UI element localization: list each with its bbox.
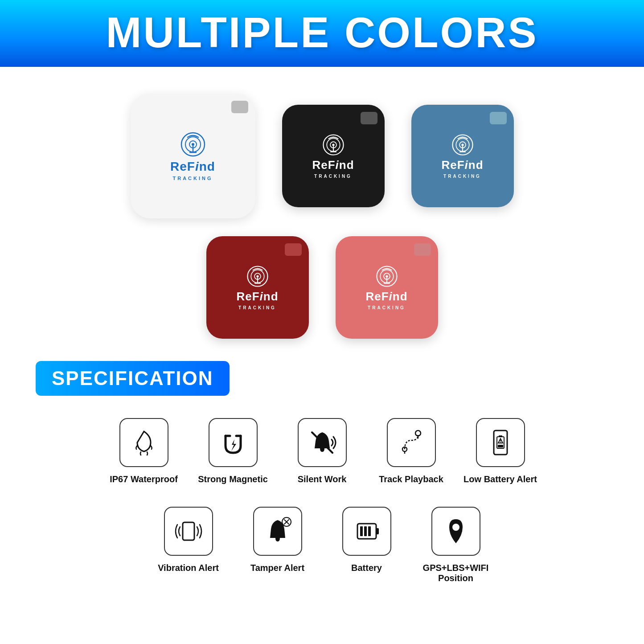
spec-badge: SPECIFICATION [36,361,230,396]
feature-icon-tamper [253,507,302,556]
feature-icon-waterproof [119,418,168,467]
feature-label-magnetic: Strong Magnetic [198,474,268,484]
svg-rect-48 [376,528,379,534]
features-row-2: Vibration Alert Tamper Alert [27,507,617,583]
device-button-blue [490,112,507,124]
device-button-pink [414,243,431,256]
feature-icon-magnetic [209,418,258,467]
device-pink: ReFind TRACKING [336,236,438,339]
feature-label-silent: Silent Work [298,474,347,484]
logo-brand-pink: ReFind [365,290,407,304]
refind-logo-icon-white [180,131,206,158]
devices-bottom-row: ReFind TRACKING [206,236,438,339]
device-black: ReFind TRACKING [282,105,385,207]
logo-sub-pink: TRACKING [368,305,406,310]
svg-point-3 [192,143,194,146]
header-section: MULTIPLE COLORS [0,0,644,67]
feature-gps: GPS+LBS+WIFI Position [411,507,500,583]
svg-rect-43 [183,522,194,540]
device-blue: ReFind TRACKING [411,105,514,207]
logo-sub-white: TRACKING [172,176,213,181]
colors-section: ReFind TRACKING [0,67,644,361]
device-white: ReFind TRACKING [131,94,255,218]
svg-rect-39 [499,435,502,437]
feature-label-playback: Track Playback [379,474,443,484]
feature-label-vibration: Vibration Alert [158,563,219,573]
svg-point-42 [500,442,501,443]
feature-label-charging: Battery [351,563,382,573]
feature-magnetic: Strong Magnetic [189,418,278,484]
logo-sub-blue: TRACKING [443,174,481,179]
device-button-black [361,112,377,124]
svg-rect-49 [360,526,363,536]
feature-label-waterproof: IP67 Waterproof [110,474,178,484]
device-logo-red: ReFind TRACKING [236,265,278,310]
features-row-1: IP67 Waterproof Strong Magnetic [27,418,617,484]
feature-icon-charging [342,507,391,556]
feature-tamper: Tamper Alert [233,507,322,573]
refind-logo-icon-pink [375,265,398,288]
logo-brand-blue: ReFind [441,158,483,172]
svg-point-27 [386,275,388,277]
svg-rect-50 [364,526,367,536]
refind-logo-icon-black [322,133,345,156]
logo-brand-black: ReFind [312,158,354,172]
feature-battery: Low Battery Alert [456,418,545,484]
feature-label-tamper: Tamper Alert [250,563,304,573]
feature-label-gps: GPS+LBS+WIFI Position [411,563,500,583]
device-red: ReFind TRACKING [206,236,309,339]
feature-label-battery: Low Battery Alert [464,474,537,484]
feature-vibration: Vibration Alert [144,507,233,573]
feature-charging: Battery [322,507,411,573]
logo-brand-red: ReFind [236,290,278,304]
feature-waterproof: IP67 Waterproof [99,418,189,484]
feature-icon-gps [431,507,480,556]
svg-point-52 [452,524,459,531]
feature-icon-playback [387,418,436,467]
logo-sub-black: TRACKING [314,174,352,179]
refind-logo-icon-blue [451,133,474,156]
feature-icon-silent [298,418,347,467]
spec-section: SPECIFICATION IP67 Waterproof [0,361,644,628]
device-logo-white: ReFind TRACKING [170,131,215,181]
logo-sub-red: TRACKING [238,305,276,310]
device-logo-black: ReFind TRACKING [312,133,354,179]
feature-icon-battery [476,418,525,467]
feature-silent: Silent Work [278,418,367,484]
svg-rect-40 [498,445,503,447]
page-title: MULTIPLE COLORS [0,8,644,57]
svg-point-21 [256,275,258,277]
refind-logo-icon-red [246,265,269,288]
device-logo-blue: ReFind TRACKING [441,133,483,179]
svg-point-15 [461,144,464,146]
svg-point-9 [332,144,334,146]
feature-icon-vibration [164,507,213,556]
spec-badge-label: SPECIFICATION [52,367,213,389]
logo-brand-white: ReFind [170,160,215,174]
device-button-red [285,243,302,256]
feature-playback: Track Playback [367,418,456,484]
device-button-white [231,101,248,113]
device-logo-pink: ReFind TRACKING [365,265,407,310]
devices-top-row: ReFind TRACKING [131,94,514,218]
svg-rect-51 [368,526,371,536]
